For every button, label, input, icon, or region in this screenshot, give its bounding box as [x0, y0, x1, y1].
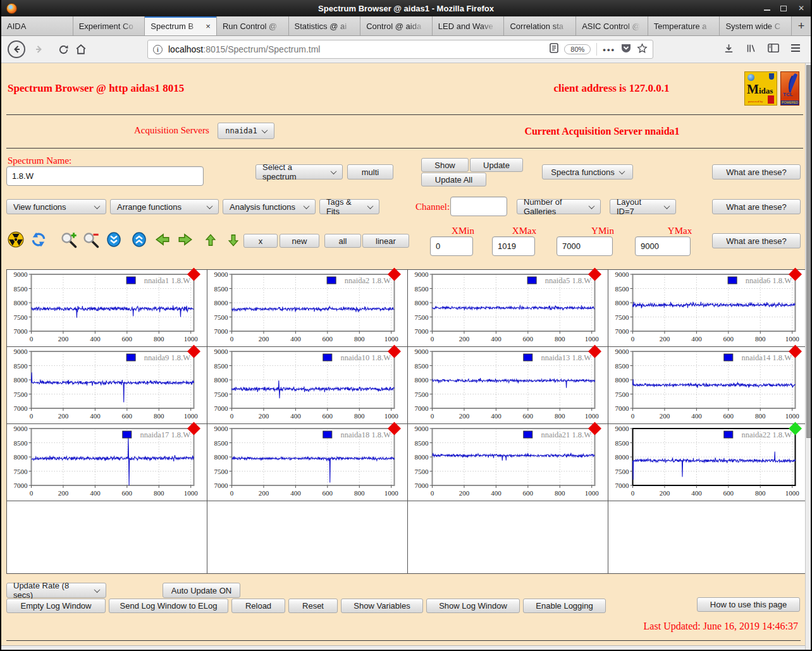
reset-button[interactable]: Reset [288, 599, 338, 613]
refresh-icon[interactable] [30, 231, 47, 250]
spectrum-chart-cell-nnaida17[interactable]: 7000750080008500900002004006008001000nna… [7, 424, 207, 501]
spectrum-chart-cell-nnaida10[interactable]: 7000750080008500900002004006008001000nna… [207, 347, 408, 424]
scrollbar-thumb[interactable] [806, 65, 812, 438]
scroll-up-icon[interactable] [132, 231, 147, 250]
update-all-button[interactable]: Update All [421, 173, 486, 186]
minimize-button[interactable] [764, 6, 770, 11]
spectrum-chart-cell-nnaida1[interactable]: 7000750080008500900002004006008001000nna… [7, 270, 207, 347]
show-log-window-button[interactable]: Show Log Window [426, 599, 520, 613]
how-to-use-button[interactable]: How to use this page [697, 597, 800, 612]
number-of-galleries-dropdown[interactable]: Number of Galleries [517, 199, 601, 214]
update-button[interactable]: Update [470, 158, 523, 172]
pocket-icon[interactable] [621, 43, 631, 56]
view-functions-dropdown[interactable]: View functions [6, 199, 106, 214]
arrange-functions-dropdown[interactable]: Arrange functions [110, 199, 219, 214]
spectrum-chart-cell-nnaida2[interactable]: 7000750080008500900002004006008001000nna… [207, 270, 408, 347]
show-variables-button[interactable]: Show Variables [341, 599, 423, 613]
what-are-these-button-2[interactable]: What are these? [712, 199, 801, 214]
bookmark-star-icon[interactable] [637, 43, 648, 56]
browser-tab-statistics-ai[interactable]: Statistics @ ai [289, 16, 361, 35]
spectrum-chart-cell-nnaida18[interactable]: 7000750080008500900002004006008001000nna… [207, 424, 408, 501]
spectrum-chart-nnaida2[interactable]: 7000750080008500900002004006008001000nna… [207, 270, 407, 346]
browser-tab-aida[interactable]: AIDA [1, 16, 73, 35]
browser-tab-system-wide-c[interactable]: System wide C [720, 16, 792, 35]
browser-tab-asic-control-[interactable]: ASIC Control @ [576, 16, 648, 35]
tab-close-icon[interactable]: × [206, 21, 211, 31]
browser-tab-control-aida[interactable]: Control @ aida [360, 16, 433, 35]
zoom-level-button[interactable]: 80% [564, 44, 591, 54]
reload-button[interactable]: Reload [231, 599, 285, 613]
spectrum-chart-nnaida1[interactable]: 7000750080008500900002004006008001000nna… [7, 270, 207, 346]
spectrum-chart-cell-nnaida22[interactable]: 7000750080008500900002004006008001000nna… [608, 424, 808, 501]
spectrum-chart-nnaida13[interactable]: 7000750080008500900002004006008001000nna… [408, 347, 608, 423]
browser-tab-experiment-co[interactable]: Experiment Co [73, 16, 145, 35]
spectrum-chart-cell-nnaida9[interactable]: 7000750080008500900002004006008001000nna… [7, 347, 207, 424]
tags-fits-dropdown[interactable]: Tags & Fits [319, 199, 379, 214]
acquisition-server-select[interactable]: nnaida1 [218, 123, 274, 139]
select-spectrum-dropdown[interactable]: Select a spectrum [255, 164, 343, 179]
sidebar-icon[interactable] [768, 43, 779, 56]
radiation-icon[interactable] [8, 231, 24, 250]
spectrum-chart-cell-nnaida14[interactable]: 7000750080008500900002004006008001000nna… [608, 347, 808, 424]
new-tab-button[interactable]: + [792, 16, 811, 35]
layout-id-dropdown[interactable]: Layout ID=7 [610, 199, 676, 214]
browser-tab-correlation-sta[interactable]: Correlation sta [504, 16, 576, 35]
close-button[interactable]: ✕ [797, 4, 806, 13]
page-scrollbar[interactable] [805, 63, 812, 651]
arrow-up-icon[interactable] [204, 231, 218, 252]
analysis-functions-dropdown[interactable]: Analysis functions [223, 199, 316, 214]
arrow-left-icon[interactable] [154, 231, 171, 250]
update-rate-dropdown[interactable]: Update Rate (8 secs) [6, 583, 106, 598]
arrow-right-icon[interactable] [177, 231, 194, 250]
browser-tab-spectrum-b[interactable]: Spectrum B× [145, 16, 217, 35]
what-are-these-button-3[interactable]: What are these? [712, 233, 801, 248]
library-icon[interactable] [746, 43, 756, 56]
show-button[interactable]: Show [421, 158, 469, 172]
back-button[interactable] [8, 40, 25, 58]
all-button[interactable]: all [324, 234, 361, 248]
url-bar[interactable]: i localhost:8015/Spectrum/Spectrum.tml 8… [147, 40, 653, 59]
spectrum-chart-nnaida14[interactable]: 7000750080008500900002004006008001000nna… [608, 347, 808, 423]
zoom-in-icon[interactable] [60, 231, 78, 252]
tcl-logo[interactable]: TCL POWERED [780, 71, 799, 106]
ymin-input[interactable] [557, 236, 613, 256]
channel-input[interactable] [450, 197, 507, 216]
forward-button[interactable] [34, 44, 44, 54]
menu-hamburger-icon[interactable] [790, 44, 801, 55]
auto-update-button[interactable]: Auto Update ON [163, 583, 240, 598]
downloads-icon[interactable] [723, 43, 734, 56]
send-log-window-to-elog-button[interactable]: Send Log Window to ELog [109, 599, 228, 613]
spectrum-chart-nnaida22[interactable]: 7000750080008500900002004006008001000nna… [608, 424, 808, 501]
home-button[interactable] [75, 44, 87, 55]
enable-logging-button[interactable]: Enable Logging [523, 599, 606, 613]
ymax-input[interactable] [635, 236, 691, 256]
new-button[interactable]: new [280, 234, 319, 248]
spectrum-chart-cell-nnaida6[interactable]: 7000750080008500900002004006008001000nna… [608, 270, 808, 347]
reload-button[interactable] [58, 44, 69, 55]
spectrum-chart-nnaida5[interactable]: 7000750080008500900002004006008001000nna… [408, 270, 608, 346]
page-actions-icon[interactable]: ••• [603, 45, 615, 54]
spectrum-chart-nnaida17[interactable]: 7000750080008500900002004006008001000nna… [7, 424, 207, 501]
arrow-down-icon[interactable] [226, 231, 240, 252]
maximize-button[interactable] [780, 6, 787, 11]
spectrum-chart-nnaida18[interactable]: 7000750080008500900002004006008001000nna… [207, 424, 407, 501]
linear-button[interactable]: linear [362, 234, 409, 248]
scroll-down-icon[interactable] [106, 231, 121, 250]
spectrum-chart-cell-nnaida21[interactable]: 7000750080008500900002004006008001000nna… [408, 424, 608, 501]
browser-tab-temperature-a[interactable]: Temperature a [648, 16, 720, 35]
url-text[interactable]: localhost:8015/Spectrum/Spectrum.tml [168, 44, 544, 54]
reader-mode-icon[interactable] [550, 43, 558, 56]
browser-tab-run-control-[interactable]: Run Control @ [217, 16, 289, 35]
midas-logo[interactable]: Midas powered by [744, 71, 777, 106]
spectrum-chart-nnaida6[interactable]: 7000750080008500900002004006008001000nna… [608, 270, 808, 346]
xmin-input[interactable] [430, 236, 473, 256]
what-are-these-button-1[interactable]: What are these? [712, 164, 801, 179]
site-info-icon[interactable]: i [153, 45, 163, 54]
multi-button[interactable]: multi [347, 164, 393, 179]
zoom-out-icon[interactable] [82, 231, 100, 252]
xmax-input[interactable] [492, 236, 535, 256]
x-button[interactable]: x [243, 234, 278, 248]
spectrum-name-input[interactable] [6, 166, 204, 186]
spectra-functions-dropdown[interactable]: Spectra functions [542, 164, 633, 179]
spectrum-chart-nnaida10[interactable]: 7000750080008500900002004006008001000nna… [207, 347, 407, 423]
